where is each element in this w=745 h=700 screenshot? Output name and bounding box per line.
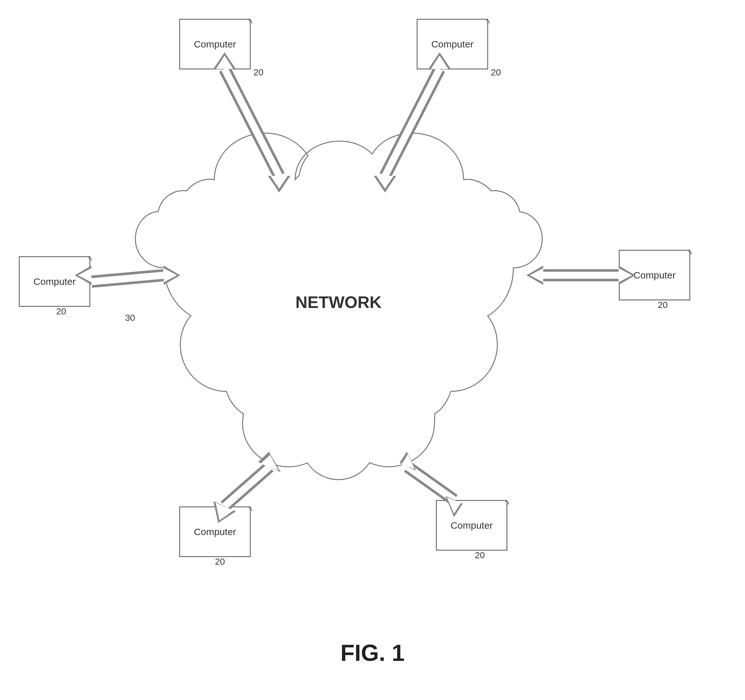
computer-label-bot-left: Computer <box>194 526 236 537</box>
svg-marker-30 <box>258 452 281 472</box>
computer-box-mid-left <box>19 257 90 307</box>
svg-marker-11 <box>376 176 394 188</box>
svg-marker-34 <box>445 496 463 517</box>
svg-line-9 <box>385 69 440 176</box>
ref-top-right: 20 <box>491 67 501 77</box>
ref-mid-right: 20 <box>658 300 668 310</box>
svg-marker-16 <box>164 266 180 285</box>
arrow-mid-right <box>527 266 635 285</box>
computer-label-mid-right: Computer <box>633 270 676 280</box>
svg-marker-35 <box>447 498 461 514</box>
svg-marker-18 <box>75 266 91 285</box>
svg-marker-10 <box>374 176 396 193</box>
svg-line-27 <box>224 467 269 506</box>
arrow-top-left <box>213 52 290 193</box>
fig-caption: FIG. 1 <box>340 640 405 666</box>
svg-marker-36 <box>399 452 416 471</box>
svg-line-32 <box>407 467 454 500</box>
svg-marker-24 <box>527 266 543 285</box>
diagram-container: NETWORK Computer 20 Computer 20 Computer… <box>0 0 745 700</box>
arrow-bot-left <box>213 452 281 523</box>
svg-marker-31 <box>260 455 278 471</box>
computer-box-bot-left <box>180 507 250 556</box>
svg-marker-17 <box>164 268 177 282</box>
svg-marker-28 <box>213 501 236 523</box>
svg-line-2 <box>224 69 279 176</box>
ref-bot-right: 20 <box>475 550 485 560</box>
computer-label-top-right: Computer <box>431 39 474 49</box>
svg-marker-25 <box>530 268 543 282</box>
svg-marker-19 <box>78 268 91 282</box>
svg-line-3 <box>224 69 279 176</box>
svg-marker-5 <box>271 176 288 188</box>
computer-label-mid-left: Computer <box>33 276 76 287</box>
svg-line-26 <box>224 467 269 506</box>
svg-marker-12 <box>428 52 451 69</box>
svg-marker-6 <box>213 52 236 69</box>
svg-line-33 <box>407 467 454 500</box>
network-ref-label: 30 <box>125 313 135 323</box>
svg-marker-7 <box>216 55 233 69</box>
svg-line-15 <box>91 275 164 282</box>
ref-mid-left: 20 <box>56 307 66 316</box>
svg-marker-13 <box>431 55 448 69</box>
arrow-top-right <box>374 52 451 193</box>
svg-marker-23 <box>619 268 632 282</box>
ref-bot-left: 20 <box>215 556 225 567</box>
computer-box-top-left <box>180 19 250 69</box>
svg-marker-37 <box>401 454 415 469</box>
ref-top-left: 20 <box>253 67 263 77</box>
svg-line-14 <box>91 275 164 282</box>
svg-marker-22 <box>619 266 635 285</box>
svg-marker-4 <box>268 176 290 193</box>
cloud-shape: NETWORK <box>135 133 542 480</box>
computer-label-bot-right: Computer <box>450 520 493 531</box>
svg-marker-29 <box>215 503 233 521</box>
computer-label-top-left: Computer <box>194 39 236 49</box>
computer-box-top-right <box>417 19 488 69</box>
arrow-mid-left <box>75 266 180 285</box>
svg-line-8 <box>385 69 440 176</box>
computer-box-bot-right <box>436 501 507 550</box>
network-label: NETWORK <box>296 293 382 311</box>
computer-box-mid-right <box>619 250 690 300</box>
arrow-bot-right <box>399 452 463 517</box>
